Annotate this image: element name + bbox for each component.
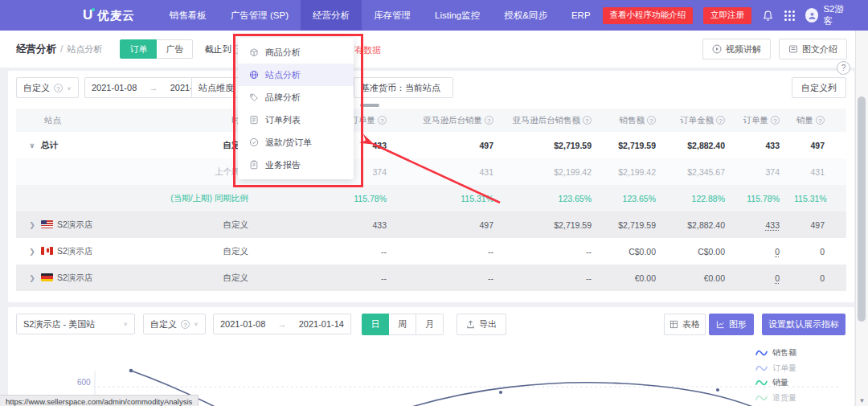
- floating-help-icon[interactable]: ?: [837, 61, 850, 75]
- row-expand-chevron[interactable]: ❯: [23, 221, 41, 229]
- chart-legend: 销售额订单量销量退货量总支出: [755, 347, 796, 406]
- legend-item-3[interactable]: 退货量: [755, 392, 796, 404]
- doc-intro-button[interactable]: 图文介绍: [779, 39, 847, 59]
- mini-program-promo-button[interactable]: 查看小程序功能介绍: [603, 7, 694, 24]
- help-icon[interactable]: ?: [716, 116, 725, 125]
- nav-item-0[interactable]: 销售看板: [158, 0, 219, 31]
- value-cell: 433: [256, 220, 394, 230]
- table-row-5[interactable]: ❯S2演示店自定义------€0.00€0.0000: [16, 265, 846, 291]
- column-header[interactable]: 销量?: [787, 115, 832, 126]
- nav-item-3[interactable]: 库存管理: [362, 0, 423, 31]
- legend-item-0[interactable]: 销售额: [755, 347, 796, 359]
- nav-item-6[interactable]: ERP: [559, 0, 603, 31]
- horizontal-scrollbar-thumb[interactable]: [360, 104, 379, 107]
- site-cell: ❯S2演示店: [16, 273, 151, 284]
- help-icon[interactable]: ?: [583, 116, 592, 125]
- column-header[interactable]: 销售额?: [599, 115, 663, 126]
- nav-item-5[interactable]: 授权&同步: [492, 0, 559, 31]
- help-icon[interactable]: ?: [647, 116, 656, 125]
- menu-item-label: 订单列表: [265, 114, 301, 126]
- currency-mode-box[interactable]: 基准货币：当前站点: [354, 77, 453, 98]
- value-cell: 123.65%: [501, 194, 599, 203]
- menu-item-2[interactable]: 品牌分析: [238, 86, 354, 109]
- value-cell: 374: [732, 167, 787, 177]
- value-cell: --: [256, 273, 394, 283]
- bell-icon[interactable]: [762, 8, 774, 23]
- column-header[interactable]: 订单金额?: [663, 115, 732, 126]
- column-header[interactable]: 订单量?: [732, 115, 787, 126]
- table-row-1[interactable]: 上个周期374431$2,199.42$2,199.42$2,345.67374…: [16, 158, 846, 185]
- menu-item-5[interactable]: 业务报告: [238, 154, 354, 176]
- site-cell: ∨总计: [16, 140, 151, 151]
- custom-columns-button[interactable]: 自定义列: [792, 77, 846, 98]
- column-header[interactable]: 亚马逊后台销量?: [394, 115, 501, 126]
- user-menu[interactable]: S2游客: [805, 3, 850, 27]
- row-expand-chevron[interactable]: ∨: [23, 141, 41, 150]
- tab-order[interactable]: 订单: [120, 39, 157, 59]
- video-guide-button[interactable]: 视频讲解: [702, 39, 771, 59]
- value-cell: --: [501, 247, 599, 256]
- value-cell: 115.31%: [394, 194, 501, 203]
- breadcrumb-root[interactable]: 经营分析: [16, 43, 56, 55]
- column-header[interactable]: 站点: [16, 115, 151, 126]
- scrollbar-thumb[interactable]: [858, 96, 866, 322]
- value-cell: --: [256, 247, 394, 256]
- table-body: ∨总计自定义433497$2,719.59$2,719.59$2,882.404…: [16, 132, 846, 291]
- value-cell: 115.78%: [732, 194, 787, 203]
- value-cell: 115.78%: [256, 194, 394, 203]
- order-list-icon: [249, 115, 259, 125]
- value-cell: 497: [394, 220, 501, 230]
- store-chart-card: S2演示店 - 美国站 ∨ 自定义 ? ∨ 2021-01-08 → 2021-…: [8, 307, 854, 406]
- menu-item-1[interactable]: 站点分析: [238, 64, 354, 86]
- legend-label: 销售额: [772, 347, 796, 359]
- value-cell: --: [394, 273, 501, 283]
- help-icon[interactable]: ?: [378, 116, 387, 125]
- menu-item-label: 站点分析: [265, 69, 301, 81]
- help-icon: ?: [54, 84, 63, 92]
- nav-item-label: ERP: [571, 10, 591, 20]
- value-cell[interactable]: 433: [732, 220, 787, 230]
- legend-label: 销量: [772, 377, 788, 388]
- help-icon[interactable]: ?: [816, 116, 825, 125]
- column-header[interactable]: 亚马逊后台销售额?: [501, 115, 599, 126]
- value-cell: $2,345.67: [663, 167, 732, 177]
- value-cell[interactable]: 0: [732, 273, 787, 283]
- status-url-tooltip: https://www.sellerspace.com/admin/commod…: [0, 395, 199, 406]
- help-icon[interactable]: ?: [485, 116, 493, 125]
- help-icon[interactable]: ?: [771, 116, 780, 125]
- nav-item-4[interactable]: Listing监控: [423, 0, 492, 31]
- value-cell: €0.00: [599, 273, 663, 283]
- nav-item-1[interactable]: 广告管理 (SP): [219, 0, 301, 31]
- range-type-select[interactable]: 自定义 ? ∨: [16, 77, 79, 98]
- nav-item-2[interactable]: 经营分析: [301, 0, 362, 31]
- table-header-row: 站点时段亚马逊后台订单量?亚马逊后台销量?亚马逊后台销售额?销售额?订单金额?订…: [16, 109, 846, 132]
- row-expand-chevron[interactable]: ❯: [23, 274, 41, 282]
- menu-item-label: 业务报告: [265, 159, 301, 171]
- site-icon: [249, 70, 259, 80]
- table-row-2[interactable]: (当期/上期) 同期比例115.78%115.31%123.65%123.65%…: [16, 185, 846, 211]
- menu-item-4[interactable]: 退款/货订单: [238, 131, 354, 154]
- legend-item-2[interactable]: 销量: [755, 377, 796, 388]
- period-cell: 自定义: [151, 273, 256, 284]
- value-cell[interactable]: 0: [732, 247, 787, 256]
- table-row-4[interactable]: ❯S2演示店自定义------C$0.00C$0.0000: [16, 238, 846, 265]
- avatar: [805, 8, 818, 23]
- table-row-3[interactable]: ❯S2演示店自定义433497$2,719.59$2,719.59$2,882.…: [16, 211, 846, 238]
- legend-item-1[interactable]: 订单量: [755, 363, 796, 374]
- scrollbar-down-arrow[interactable]: ▼: [856, 397, 868, 404]
- row-expand-chevron[interactable]: ❯: [23, 248, 41, 256]
- wave-icon: [755, 349, 768, 357]
- value-cell: $2,719.59: [599, 141, 663, 150]
- brand-logo[interactable]: U 优麦云: [83, 7, 135, 23]
- menu-item-label: 商品分析: [265, 47, 301, 59]
- wave-icon: [755, 379, 768, 387]
- value-cell: $2,882.40: [663, 141, 732, 150]
- menu-item-3[interactable]: 订单列表: [238, 109, 354, 131]
- tab-ad[interactable]: 广告: [157, 39, 193, 59]
- menu-item-0[interactable]: 商品分析: [238, 41, 354, 64]
- vertical-scrollbar[interactable]: ▼: [855, 31, 868, 406]
- apps-grid-icon[interactable]: [784, 10, 795, 21]
- register-button[interactable]: 立即注册: [703, 7, 751, 24]
- trend-chart-canvas[interactable]: [8, 307, 854, 406]
- table-row-0[interactable]: ∨总计自定义433497$2,719.59$2,719.59$2,882.404…: [16, 132, 846, 158]
